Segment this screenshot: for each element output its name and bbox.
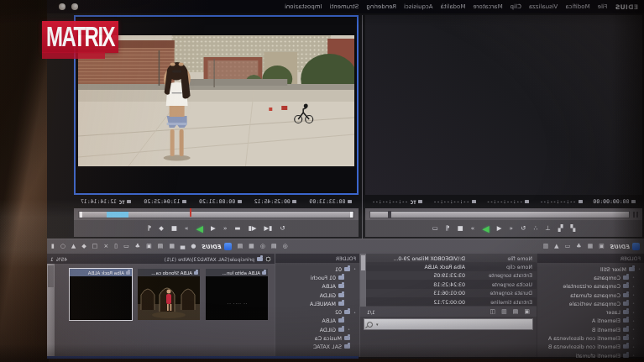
toolbar-icon[interactable]: ♣ [576,244,581,249]
effect-folder-item[interactable]: • Mixer Still [537,265,644,273]
expander-bullet-icon[interactable]: • [631,336,636,341]
search-icon[interactable] [367,322,373,328]
expander-bullet-icon[interactable]: • [631,327,636,332]
chevron-down-icon[interactable]: ▾ [376,322,379,327]
effect-folder-item[interactable]: • Comparsa orizzontale [537,282,644,291]
expander-bullet-icon[interactable]: • [631,318,636,323]
transport-button[interactable]: ■ [171,225,177,232]
toolbar-icon[interactable]: ▭ [123,244,129,249]
transport-button[interactable]: ◀ [211,225,216,232]
toolbar-icon[interactable]: ▮ [51,244,55,249]
bin-folder-item[interactable]: • 02 [275,307,359,316]
window-dot-icon[interactable] [59,3,65,10]
toolbar-icon[interactable]: ▭ [565,244,571,249]
search-bar[interactable]: ▾ [364,318,533,330]
bin-scrollbar[interactable] [47,264,55,357]
effect-folder-item[interactable]: • Comparsa verticale [537,299,644,307]
bin-folder-item[interactable]: ALBA [275,317,359,325]
menu-item[interactable]: Visualizza [529,3,558,10]
transport-button[interactable]: » [185,225,189,232]
playhead-marker[interactable] [190,208,191,217]
toolbar-icon[interactable]: × [103,244,108,249]
bin-folder-item[interactable]: • 01 [275,265,359,273]
clip-thumbnail[interactable] [138,276,200,320]
bin-camera-icon[interactable] [265,256,271,262]
effect-folder-item[interactable]: • Elementi B [537,325,644,333]
transport-button[interactable]: ▞ [571,225,576,232]
menu-item[interactable]: Modalità [440,3,465,10]
toolbar-icon[interactable]: ▦ [588,244,594,249]
toolbar-icon[interactable]: ▦ [249,244,254,249]
transport-button[interactable]: ⊥ [545,225,551,232]
menu-item[interactable]: Clip [510,3,521,10]
transport-button[interactable]: ▶ [196,224,203,233]
menu-item[interactable]: Acquisisci [404,3,432,10]
toolbar-icon[interactable]: ▯ [114,244,118,249]
expander-bullet-icon[interactable]: • [631,275,636,280]
bin-clip[interactable]: ALBA abito lun... [206,269,268,320]
transport-button[interactable]: ¶ [446,225,450,232]
record-slider-track[interactable] [78,211,354,218]
toolbar-icon[interactable]: ◆ [81,244,86,249]
transport-button[interactable]: ▭ [432,225,438,232]
transport-button[interactable]: ↻ [521,225,526,232]
toolbar-icon[interactable]: ◫ [490,309,496,315]
toolbar-icon[interactable]: ▥ [501,309,507,315]
window-control-dots[interactable] [59,3,78,10]
toolbar-icon[interactable]: ▲ [71,244,76,249]
expander-bullet-icon[interactable]: • [637,266,641,271]
bin-folder-item[interactable]: MANUELA [275,299,359,307]
toolbar-icon[interactable]: ◎ [260,244,265,249]
toolbar-icon[interactable]: ▲ [554,244,558,249]
expander-bullet-icon[interactable]: • [631,301,636,306]
toolbar-icon[interactable]: ▤ [238,244,243,249]
toolbar-icon[interactable]: ▣ [524,309,530,315]
transport-button[interactable]: » [471,225,475,232]
effect-folder-item[interactable]: • Elementi con dissolvenza B [537,343,644,351]
transport-button[interactable]: ◀ [497,225,502,232]
menu-item[interactable]: Marcatore [473,3,502,10]
source-slider-handle[interactable] [388,211,391,218]
expander-bullet-icon[interactable]: • [631,353,636,358]
effect-folder-item[interactable]: • Elementi A [537,317,644,325]
toolbar-icon[interactable]: ▄ [181,244,185,249]
bin-clip[interactable]: Alba Rock ALBA [70,269,132,320]
transport-button[interactable]: ▶ [482,224,489,233]
toolbar-icon[interactable]: ▦ [169,244,175,249]
toolbar-icon[interactable]: ▤ [513,309,519,315]
effect-folder-item[interactable]: • Elementi sfumati [537,351,644,359]
toolbar-icon[interactable]: ▣ [146,244,152,249]
bin-zoom-level[interactable]: 45% [56,256,67,262]
transport-button[interactable]: ¶ [147,225,151,232]
menu-item[interactable]: File [598,3,608,10]
toolbar-icon[interactable]: □ [92,244,98,249]
properties-scrollbar[interactable] [360,254,366,307]
toolbar-icon[interactable]: ▤ [271,244,277,249]
source-slider-track[interactable] [369,211,630,218]
effect-folder-item[interactable]: • Laser [537,307,644,316]
toolbar-icon[interactable]: ▣ [599,244,605,249]
menu-item[interactable]: Rendering [366,3,396,10]
effect-folder-item[interactable]: • Elementi con dissolvenza A [537,333,644,342]
clip-thumbnail[interactable]: ·· ···· ·· [206,276,268,320]
toolbar-icon[interactable]: ▥ [543,244,549,249]
toolbar-icon[interactable]: ▤ [158,244,164,249]
bin-search-input[interactable] [382,321,530,328]
expander-bullet-icon[interactable]: • [631,284,636,289]
transport-button[interactable]: ∴ [533,225,537,232]
bin-folder-item[interactable]: GILDA [275,291,359,299]
effect-folder-item[interactable]: • Comparsa [537,273,644,281]
bin-folder-item[interactable]: • GILDA [275,325,359,333]
bin-clip[interactable]: ALBA Sfondo ca... [138,269,200,320]
expander-bullet-icon[interactable]: • [353,310,357,315]
transport-button[interactable]: « [510,225,514,232]
toolbar-icon[interactable]: ◎ [283,244,288,249]
record-position-bar[interactable] [74,208,359,220]
transport-button[interactable]: « [223,225,228,232]
transport-button[interactable]: ▮◀ [264,225,272,232]
transport-button[interactable]: ◀▮ [249,225,257,232]
transport-button[interactable]: ◆ [159,225,164,232]
menu-item[interactable]: Impostazioni [285,3,322,10]
expander-bullet-icon[interactable]: • [631,310,636,315]
transport-button[interactable]: ▬ [234,225,240,232]
